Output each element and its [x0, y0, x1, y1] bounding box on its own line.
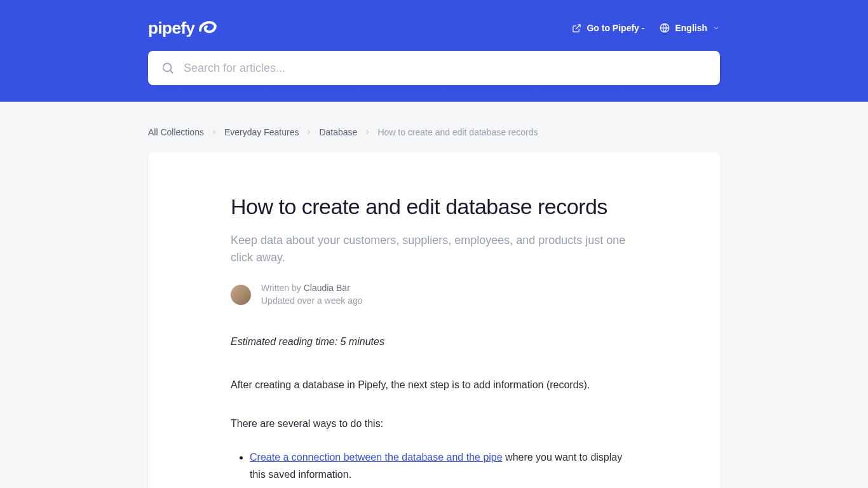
- list-item: Create a connection between the database…: [250, 449, 637, 483]
- article-card: How to create and edit database records …: [148, 152, 720, 488]
- breadcrumb-link-all-collections[interactable]: All Collections: [148, 127, 204, 137]
- article-intro: After creating a database in Pipefy, the…: [231, 377, 637, 393]
- svg-line-0: [576, 24, 581, 29]
- article-lead-in: There are several ways to do this:: [231, 416, 637, 432]
- chevron-right-icon: [305, 128, 313, 136]
- search-input[interactable]: [184, 62, 707, 75]
- reading-time: Estimated reading time: 5 minutes: [231, 336, 637, 348]
- chevron-right-icon: [210, 128, 218, 136]
- go-to-pipefy-link[interactable]: Go to Pipefy -: [572, 23, 644, 33]
- breadcrumb-link-everyday-features[interactable]: Everyday Features: [224, 127, 299, 137]
- external-link-icon: [572, 24, 581, 33]
- breadcrumb-current: How to create and edit database records: [377, 127, 538, 137]
- brand-logo[interactable]: pipefy: [148, 18, 218, 38]
- breadcrumb: All Collections Everyday Features Databa…: [148, 127, 720, 137]
- search-icon: [161, 61, 175, 75]
- brand-name: pipefy: [148, 18, 195, 38]
- author-name: Claudia Bär: [304, 283, 350, 293]
- connection-link[interactable]: Create a connection between the database…: [250, 452, 503, 463]
- language-label: English: [675, 23, 707, 33]
- chevron-down-icon: [712, 24, 720, 32]
- svg-line-4: [170, 71, 173, 73]
- written-by-prefix: Written by: [261, 283, 304, 293]
- author-avatar: [231, 285, 251, 305]
- go-to-pipefy-label: Go to Pipefy -: [587, 23, 644, 33]
- chevron-right-icon: [363, 128, 371, 136]
- article-title: How to create and edit database records: [231, 193, 637, 220]
- search-bar[interactable]: [148, 51, 720, 85]
- breadcrumb-link-database[interactable]: Database: [319, 127, 357, 137]
- globe-icon: [660, 23, 670, 33]
- article-byline: Written by Claudia Bär Updated over a we…: [231, 282, 637, 307]
- article-subtitle: Keep data about your customers, supplier…: [231, 232, 637, 268]
- svg-point-3: [163, 64, 172, 72]
- language-picker[interactable]: English: [660, 23, 720, 33]
- updated-label: Updated over a week ago: [261, 295, 363, 308]
- brand-swirl-icon: [198, 18, 218, 38]
